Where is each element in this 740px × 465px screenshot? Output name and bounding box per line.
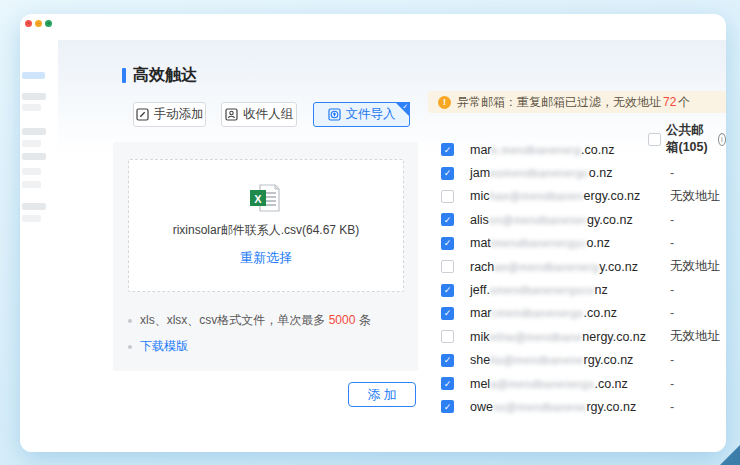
tab-manual-add[interactable]: 手动添加 — [133, 102, 206, 127]
email-address: alison@mendbanenergy.co.nz — [470, 213, 633, 227]
file-dropzone[interactable]: X rixinsolar邮件联系人.csv(64.67 KB) 重新选择 — [128, 159, 404, 292]
close-window-icon[interactable]: × — [25, 20, 32, 27]
redacted-text: ns@mendbanene — [493, 401, 587, 413]
upload-panel: X rixinsolar邮件联系人.csv(64.67 KB) 重新选择 xls… — [113, 142, 418, 371]
redacted-text: k.mendbanenerg — [492, 144, 582, 156]
email-address: rachae@mendbanenergy.co.nz — [470, 260, 638, 274]
tab-label: 手动添加 — [154, 106, 204, 123]
row-checkbox[interactable]: ✓ — [441, 143, 454, 156]
uploaded-file-name: rixinsolar邮件联系人.csv(64.67 KB) — [173, 222, 360, 239]
redacted-text: smendbanenergsco — [490, 284, 595, 296]
download-template-link[interactable]: 下载模版 — [140, 338, 188, 355]
row-status: - — [670, 353, 674, 367]
main-content: 高效触达 手动添加 收件人组 — [58, 40, 726, 452]
row-status: - — [670, 400, 674, 414]
sidebar-nav-item[interactable] — [22, 168, 41, 175]
row-checkbox[interactable]: ✓ — [441, 307, 454, 320]
email-row: michae@mendbanenergy.co.nz无效地址 — [436, 185, 726, 208]
email-row: ✓mark.mendbanenerg.co.nz- — [436, 138, 726, 161]
email-address: mela@mendbanenergs.co.nz — [470, 377, 628, 391]
row-checkbox[interactable]: ✓ — [441, 213, 454, 226]
row-checkbox[interactable]: ✓ — [441, 377, 454, 390]
row-checkbox[interactable] — [441, 330, 454, 343]
selected-check-icon: ✓ — [402, 103, 408, 111]
app-window: × − + 高效触达 — [20, 14, 726, 452]
import-box-icon — [328, 108, 341, 121]
sidebar-nav-item-active[interactable] — [22, 72, 45, 79]
page-header: 高效触达 — [122, 65, 197, 86]
sidebar-nav-item[interactable] — [22, 153, 46, 160]
template-note: 下载模版 — [128, 338, 188, 355]
group-box-icon — [225, 108, 238, 121]
redacted-text: lla@mendbanene — [490, 354, 583, 366]
corner-accent-shape — [720, 445, 740, 465]
row-checkbox[interactable]: ✓ — [441, 167, 454, 180]
desktop-background: × − + 高效触达 — [0, 0, 740, 465]
add-button[interactable]: 添加 — [348, 382, 416, 407]
email-address: jeff.smendbanenergsconz — [470, 283, 608, 297]
email-address: mattmendbanenergyco.nz — [470, 236, 610, 250]
email-address: shella@mendbanenergy.co.nz — [470, 353, 633, 367]
title-accent-bar — [122, 68, 126, 83]
redacted-text: hae@mendbanen — [489, 190, 583, 202]
redacted-text: cmendbanenergs — [492, 307, 584, 319]
redacted-text: on@mendbanener — [489, 214, 587, 226]
edit-box-icon — [136, 108, 149, 121]
tab-recipient-group[interactable]: 收件人组 — [221, 102, 297, 127]
tab-file-import-active[interactable]: 文件导入 ✓ — [313, 102, 410, 127]
excel-file-icon: X — [247, 184, 285, 212]
row-checkbox[interactable]: ✓ — [441, 354, 454, 367]
abnormal-mailbox-alert: ! 异常邮箱：重复邮箱已过滤，无效地址72个 — [428, 91, 726, 113]
row-status: - — [670, 236, 674, 250]
minimize-window-icon[interactable]: − — [35, 20, 42, 27]
row-checkbox[interactable]: ✓ — [441, 400, 454, 413]
email-list: ✓mark.mendbanenerg.co.nz-✓jamesmendbanen… — [436, 138, 726, 419]
window-controls: × − + — [25, 20, 52, 27]
row-status: - — [670, 283, 674, 297]
tab-label: 收件人组 — [243, 106, 293, 123]
redacted-text: tmendbanenergyc — [491, 237, 587, 249]
row-status: 无效地址 — [670, 188, 720, 205]
warning-icon: ! — [438, 96, 451, 109]
redacted-text: ae@mendbanenerg — [494, 261, 599, 273]
sidebar-nav-item[interactable] — [22, 93, 46, 100]
email-address: marcmendbanenergs.co.nz — [470, 306, 617, 320]
email-address: jamesmendbanenergco.nz — [470, 166, 612, 180]
tab-label: 文件导入 — [346, 106, 396, 123]
format-note-text: xls、xlsx、csv格式文件，单次最多 5000 条 — [140, 312, 371, 329]
email-row: mikethw@mendbanenergy.co.nz无效地址 — [436, 325, 726, 348]
redacted-text: esmendbanenergc — [490, 167, 589, 179]
row-status: 无效地址 — [670, 328, 720, 345]
row-status: - — [670, 213, 674, 227]
bullet-dot — [128, 319, 132, 323]
row-status: - — [670, 377, 674, 391]
email-row: ✓owens@mendbanenergy.co.nz- — [436, 395, 726, 418]
sidebar-nav-item[interactable] — [22, 104, 41, 111]
email-address: mikethw@mendbanenergy.co.nz — [470, 330, 646, 344]
row-status: - — [670, 143, 674, 157]
row-checkbox[interactable]: ✓ — [441, 237, 454, 250]
row-status: - — [670, 306, 674, 320]
row-checkbox[interactable] — [441, 190, 454, 203]
sidebar — [20, 40, 58, 452]
row-checkbox[interactable]: ✓ — [441, 284, 454, 297]
sidebar-nav-item[interactable] — [22, 203, 46, 210]
bullet-dot — [128, 345, 132, 349]
sidebar-nav-item[interactable] — [22, 215, 41, 222]
page-title: 高效触达 — [133, 65, 197, 86]
reselect-file-link[interactable]: 重新选择 — [240, 249, 292, 267]
invalid-count: 72 — [663, 95, 676, 109]
sidebar-nav-item[interactable] — [22, 140, 41, 147]
sidebar-nav-item[interactable] — [22, 128, 46, 135]
email-address: mark.mendbanenerg.co.nz — [470, 143, 614, 157]
email-row: ✓alison@mendbanenergy.co.nz- — [436, 208, 726, 231]
zoom-window-icon[interactable]: + — [45, 20, 52, 27]
email-row: ✓marcmendbanenergs.co.nz- — [436, 302, 726, 325]
redacted-text: a@mendbanenergs — [490, 378, 594, 390]
email-row: ✓jeff.smendbanenergsconz- — [436, 278, 726, 301]
sidebar-nav-item[interactable] — [22, 181, 41, 188]
email-address: michae@mendbanenergy.co.nz — [470, 189, 640, 203]
email-row: ✓jamesmendbanenergco.nz- — [436, 161, 726, 184]
max-count: 5000 — [329, 313, 356, 327]
row-checkbox[interactable] — [441, 260, 454, 273]
